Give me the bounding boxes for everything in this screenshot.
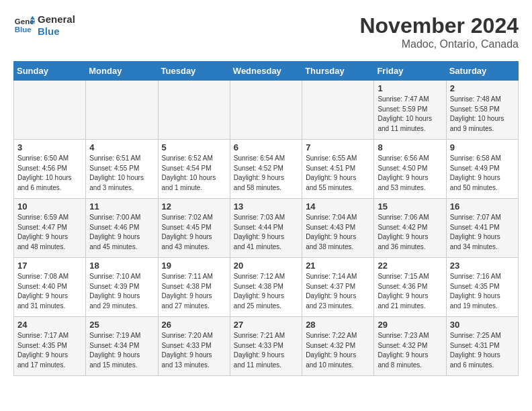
day-info: Sunrise: 7:03 AM Sunset: 4:44 PM Dayligh… <box>234 213 298 252</box>
day-info: Sunrise: 7:02 AM Sunset: 4:45 PM Dayligh… <box>162 213 226 252</box>
day-info: Sunrise: 6:56 AM Sunset: 4:50 PM Dayligh… <box>378 154 442 193</box>
logo-line1: General <box>38 13 75 26</box>
day-info: Sunrise: 7:11 AM Sunset: 4:38 PM Dayligh… <box>162 272 226 311</box>
day-info: Sunrise: 6:51 AM Sunset: 4:55 PM Dayligh… <box>89 154 154 193</box>
day-cell: 26Sunrise: 7:20 AM Sunset: 4:33 PM Dayli… <box>158 317 230 376</box>
day-number: 24 <box>17 320 82 330</box>
day-info: Sunrise: 6:50 AM Sunset: 4:56 PM Dayligh… <box>17 154 82 193</box>
month-title: November 2024 <box>359 13 519 38</box>
day-info: Sunrise: 7:47 AM Sunset: 5:59 PM Dayligh… <box>378 95 442 134</box>
day-number: 3 <box>17 142 82 152</box>
weekday-thursday: Thursday <box>302 62 374 81</box>
day-cell <box>158 81 230 140</box>
day-cell: 9Sunrise: 6:58 AM Sunset: 4:49 PM Daylig… <box>446 140 518 199</box>
day-info: Sunrise: 7:22 AM Sunset: 4:32 PM Dayligh… <box>306 331 370 370</box>
title-block: November 2024 Madoc, Ontario, Canada <box>359 13 519 50</box>
page-header: General Blue General Blue November 2024 … <box>13 13 519 50</box>
day-cell: 17Sunrise: 7:08 AM Sunset: 4:40 PM Dayli… <box>14 258 86 317</box>
day-info: Sunrise: 7:19 AM Sunset: 4:34 PM Dayligh… <box>89 331 154 370</box>
day-number: 19 <box>162 261 226 271</box>
day-number: 20 <box>234 261 298 271</box>
day-cell: 19Sunrise: 7:11 AM Sunset: 4:38 PM Dayli… <box>158 258 230 317</box>
day-cell: 13Sunrise: 7:03 AM Sunset: 4:44 PM Dayli… <box>230 199 302 258</box>
day-info: Sunrise: 6:59 AM Sunset: 4:47 PM Dayligh… <box>17 213 82 252</box>
day-info: Sunrise: 6:54 AM Sunset: 4:52 PM Dayligh… <box>234 154 298 193</box>
week-row-5: 24Sunrise: 7:17 AM Sunset: 4:35 PM Dayli… <box>14 317 519 376</box>
day-cell <box>302 81 374 140</box>
location: Madoc, Ontario, Canada <box>359 38 519 50</box>
weekday-sunday: Sunday <box>14 62 86 81</box>
day-number: 25 <box>89 320 154 330</box>
day-cell: 18Sunrise: 7:10 AM Sunset: 4:39 PM Dayli… <box>86 258 158 317</box>
day-info: Sunrise: 7:06 AM Sunset: 4:42 PM Dayligh… <box>378 213 442 252</box>
day-number: 15 <box>378 201 442 212</box>
calendar-table: SundayMondayTuesdayWednesdayThursdayFrid… <box>13 61 519 376</box>
day-info: Sunrise: 6:55 AM Sunset: 4:51 PM Dayligh… <box>306 154 370 193</box>
weekday-saturday: Saturday <box>446 62 518 81</box>
day-info: Sunrise: 7:20 AM Sunset: 4:33 PM Dayligh… <box>162 331 226 370</box>
day-info: Sunrise: 7:07 AM Sunset: 4:41 PM Dayligh… <box>450 213 515 252</box>
day-number: 8 <box>378 142 442 152</box>
day-number: 1 <box>378 83 442 93</box>
day-number: 21 <box>306 261 370 271</box>
weekday-tuesday: Tuesday <box>158 62 230 81</box>
day-number: 30 <box>450 320 515 330</box>
day-cell: 21Sunrise: 7:14 AM Sunset: 4:37 PM Dayli… <box>302 258 374 317</box>
day-cell: 15Sunrise: 7:06 AM Sunset: 4:42 PM Dayli… <box>374 199 446 258</box>
day-info: Sunrise: 7:04 AM Sunset: 4:43 PM Dayligh… <box>306 213 370 252</box>
day-info: Sunrise: 7:21 AM Sunset: 4:33 PM Dayligh… <box>234 331 298 370</box>
calendar-body: 1Sunrise: 7:47 AM Sunset: 5:59 PM Daylig… <box>14 81 519 376</box>
day-info: Sunrise: 7:12 AM Sunset: 4:38 PM Dayligh… <box>234 272 298 311</box>
day-cell: 23Sunrise: 7:16 AM Sunset: 4:35 PM Dayli… <box>446 258 518 317</box>
day-cell: 5Sunrise: 6:52 AM Sunset: 4:54 PM Daylig… <box>158 140 230 199</box>
day-cell: 6Sunrise: 6:54 AM Sunset: 4:52 PM Daylig… <box>230 140 302 199</box>
day-cell: 28Sunrise: 7:22 AM Sunset: 4:32 PM Dayli… <box>302 317 374 376</box>
weekday-monday: Monday <box>86 62 158 81</box>
day-number: 28 <box>306 320 370 330</box>
week-row-3: 10Sunrise: 6:59 AM Sunset: 4:47 PM Dayli… <box>14 199 519 258</box>
day-number: 23 <box>450 261 515 271</box>
day-cell: 4Sunrise: 6:51 AM Sunset: 4:55 PM Daylig… <box>86 140 158 199</box>
day-info: Sunrise: 7:25 AM Sunset: 4:31 PM Dayligh… <box>450 331 515 370</box>
day-info: Sunrise: 7:08 AM Sunset: 4:40 PM Dayligh… <box>17 272 82 311</box>
day-cell: 25Sunrise: 7:19 AM Sunset: 4:34 PM Dayli… <box>86 317 158 376</box>
svg-text:Blue: Blue <box>15 26 32 34</box>
day-cell: 3Sunrise: 6:50 AM Sunset: 4:56 PM Daylig… <box>14 140 86 199</box>
day-number: 7 <box>306 142 370 152</box>
day-cell: 16Sunrise: 7:07 AM Sunset: 4:41 PM Dayli… <box>446 199 518 258</box>
day-cell: 29Sunrise: 7:23 AM Sunset: 4:32 PM Dayli… <box>374 317 446 376</box>
day-cell <box>230 81 302 140</box>
day-cell: 27Sunrise: 7:21 AM Sunset: 4:33 PM Dayli… <box>230 317 302 376</box>
day-number: 17 <box>17 261 82 271</box>
day-info: Sunrise: 7:23 AM Sunset: 4:32 PM Dayligh… <box>378 331 442 370</box>
day-number: 11 <box>89 201 154 212</box>
day-cell: 14Sunrise: 7:04 AM Sunset: 4:43 PM Dayli… <box>302 199 374 258</box>
day-info: Sunrise: 7:10 AM Sunset: 4:39 PM Dayligh… <box>89 272 154 311</box>
day-cell <box>86 81 158 140</box>
day-number: 27 <box>234 320 298 330</box>
day-cell: 8Sunrise: 6:56 AM Sunset: 4:50 PM Daylig… <box>374 140 446 199</box>
day-number: 13 <box>234 201 298 212</box>
day-number: 26 <box>162 320 226 330</box>
day-number: 18 <box>89 261 154 271</box>
day-number: 6 <box>234 142 298 152</box>
day-cell: 12Sunrise: 7:02 AM Sunset: 4:45 PM Dayli… <box>158 199 230 258</box>
day-cell: 11Sunrise: 7:00 AM Sunset: 4:46 PM Dayli… <box>86 199 158 258</box>
day-info: Sunrise: 7:17 AM Sunset: 4:35 PM Dayligh… <box>17 331 82 370</box>
day-cell: 1Sunrise: 7:47 AM Sunset: 5:59 PM Daylig… <box>374 81 446 140</box>
day-number: 12 <box>162 201 226 212</box>
logo: General Blue General Blue <box>13 13 75 38</box>
day-info: Sunrise: 7:00 AM Sunset: 4:46 PM Dayligh… <box>89 213 154 252</box>
weekday-friday: Friday <box>374 62 446 81</box>
weekday-wednesday: Wednesday <box>230 62 302 81</box>
day-cell: 2Sunrise: 7:48 AM Sunset: 5:58 PM Daylig… <box>446 81 518 140</box>
weekday-header-row: SundayMondayTuesdayWednesdayThursdayFrid… <box>14 62 519 81</box>
day-number: 5 <box>162 142 226 152</box>
day-number: 4 <box>89 142 154 152</box>
day-cell: 22Sunrise: 7:15 AM Sunset: 4:36 PM Dayli… <box>374 258 446 317</box>
week-row-2: 3Sunrise: 6:50 AM Sunset: 4:56 PM Daylig… <box>14 140 519 199</box>
day-cell: 30Sunrise: 7:25 AM Sunset: 4:31 PM Dayli… <box>446 317 518 376</box>
day-info: Sunrise: 6:58 AM Sunset: 4:49 PM Dayligh… <box>450 154 515 193</box>
day-cell: 7Sunrise: 6:55 AM Sunset: 4:51 PM Daylig… <box>302 140 374 199</box>
day-info: Sunrise: 6:52 AM Sunset: 4:54 PM Dayligh… <box>162 154 226 193</box>
